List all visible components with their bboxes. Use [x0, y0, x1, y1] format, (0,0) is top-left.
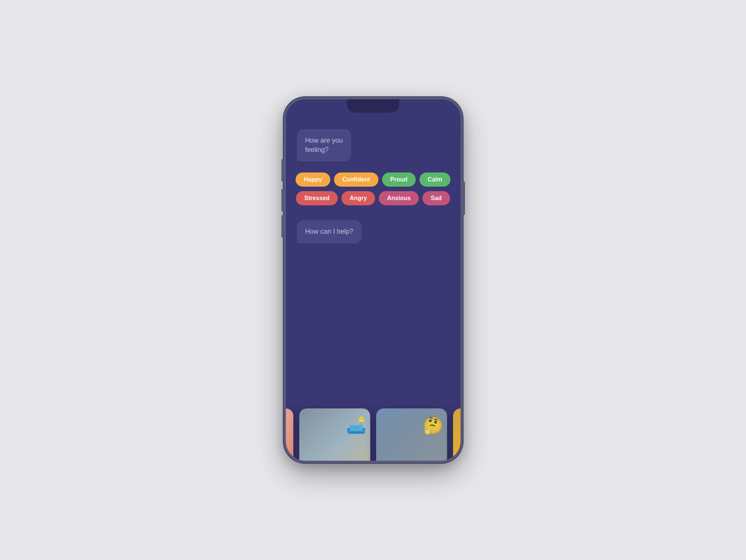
option-cards: Face my fears Stop worrying Reframe thou… [286, 408, 461, 461]
mood-button-stressed[interactable]: Stressed [296, 191, 338, 205]
mood-row-2: Stressed Angry Anxious Sad [297, 191, 449, 205]
mood-button-anxious[interactable]: Anxious [379, 191, 419, 205]
mood-button-confident[interactable]: Confident [334, 172, 378, 187]
card-face-fears-bg [286, 408, 293, 461]
question-bubble-1: How are you feeling? [297, 129, 351, 161]
scene: How are you feeling? Happy Confident Pro… [205, 22, 541, 538]
card-stop-worrying[interactable]: Stop worrying [299, 408, 370, 461]
card-reframe-thoughts[interactable]: Reframe thoughts [376, 408, 447, 461]
card-reframe-bg [376, 408, 447, 461]
mood-button-angry[interactable]: Angry [341, 191, 375, 205]
card-face-fears[interactable]: Face my fears [286, 408, 293, 461]
question-2-text: How can I help? [305, 227, 353, 236]
mood-button-proud[interactable]: Proud [382, 172, 416, 187]
card-set-goal-bg [453, 408, 461, 461]
question-1-text: How are you feeling? [305, 136, 343, 155]
mood-button-sad[interactable]: Sad [422, 191, 450, 205]
mood-button-calm[interactable]: Calm [419, 172, 450, 187]
notch [347, 99, 399, 113]
question-bubble-2: How can I help? [297, 220, 362, 243]
phone-screen: How are you feeling? Happy Confident Pro… [286, 99, 461, 461]
mood-row-1: Happy Confident Proud Calm [297, 172, 449, 187]
card-set-goal[interactable]: Set a goal [453, 408, 461, 461]
mood-button-happy[interactable]: Happy [296, 172, 330, 187]
phone-shell: How are you feeling? Happy Confident Pro… [284, 97, 463, 463]
card-stop-worrying-bg [299, 408, 370, 461]
mood-section: Happy Confident Proud Calm Stressed Angr… [297, 172, 449, 205]
